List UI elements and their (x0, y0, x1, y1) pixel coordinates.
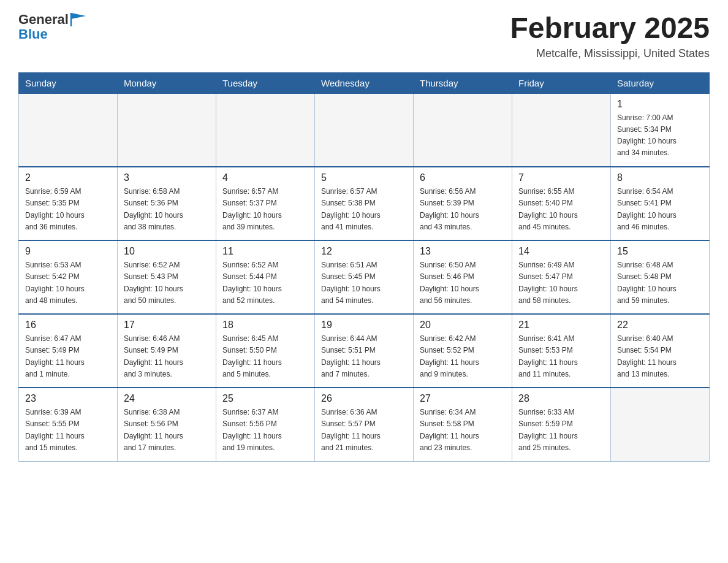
calendar-cell: 13Sunrise: 6:50 AM Sunset: 5:46 PM Dayli… (414, 240, 512, 314)
day-number: 23 (25, 393, 111, 404)
day-info: Sunrise: 6:51 AM Sunset: 5:45 PM Dayligh… (321, 259, 407, 307)
day-info: Sunrise: 6:37 AM Sunset: 5:56 PM Dayligh… (222, 407, 308, 454)
day-number: 5 (321, 172, 407, 183)
day-number: 26 (321, 393, 407, 404)
day-number: 19 (321, 320, 407, 331)
calendar-subtitle: Metcalfe, Mississippi, United States (510, 47, 710, 60)
calendar-week-row: 9Sunrise: 6:53 AM Sunset: 5:42 PM Daylig… (19, 240, 710, 314)
day-number: 16 (25, 320, 111, 331)
day-number: 4 (222, 172, 308, 183)
calendar-cell: 28Sunrise: 6:33 AM Sunset: 5:59 PM Dayli… (512, 388, 611, 461)
calendar-cell: 9Sunrise: 6:53 AM Sunset: 5:42 PM Daylig… (19, 240, 118, 314)
day-info: Sunrise: 6:52 AM Sunset: 5:44 PM Dayligh… (222, 259, 308, 307)
day-info: Sunrise: 6:42 AM Sunset: 5:52 PM Dayligh… (420, 333, 506, 380)
calendar-cell: 6Sunrise: 6:56 AM Sunset: 5:39 PM Daylig… (414, 167, 512, 240)
day-number: 12 (321, 246, 407, 257)
day-number: 8 (617, 172, 703, 183)
day-info: Sunrise: 6:50 AM Sunset: 5:46 PM Dayligh… (420, 259, 506, 307)
day-number: 17 (124, 320, 210, 331)
calendar-cell: 26Sunrise: 6:36 AM Sunset: 5:57 PM Dayli… (315, 388, 414, 461)
calendar-cell: 5Sunrise: 6:57 AM Sunset: 5:38 PM Daylig… (315, 167, 414, 240)
calendar-table: SundayMondayTuesdayWednesdayThursdayFrid… (18, 72, 710, 462)
day-number: 27 (420, 393, 506, 404)
calendar-week-row: 16Sunrise: 6:47 AM Sunset: 5:49 PM Dayli… (19, 314, 710, 388)
day-info: Sunrise: 6:33 AM Sunset: 5:59 PM Dayligh… (518, 407, 604, 454)
day-info: Sunrise: 6:34 AM Sunset: 5:58 PM Dayligh… (420, 407, 506, 454)
day-number: 25 (222, 393, 308, 404)
calendar-week-row: 1Sunrise: 7:00 AM Sunset: 5:34 PM Daylig… (19, 93, 710, 167)
day-info: Sunrise: 6:54 AM Sunset: 5:41 PM Dayligh… (617, 186, 703, 233)
logo: General Blue (18, 12, 86, 42)
day-info: Sunrise: 6:41 AM Sunset: 5:53 PM Dayligh… (518, 333, 604, 380)
calendar-cell: 18Sunrise: 6:45 AM Sunset: 5:50 PM Dayli… (216, 314, 315, 388)
day-number: 20 (420, 320, 506, 331)
day-number: 21 (518, 320, 604, 331)
calendar-cell: 20Sunrise: 6:42 AM Sunset: 5:52 PM Dayli… (414, 314, 512, 388)
calendar-cell: 4Sunrise: 6:57 AM Sunset: 5:37 PM Daylig… (216, 167, 315, 240)
day-number: 2 (25, 172, 111, 183)
day-of-week-header: Sunday (19, 72, 118, 93)
day-info: Sunrise: 6:39 AM Sunset: 5:55 PM Dayligh… (25, 407, 111, 454)
day-of-week-header: Saturday (611, 72, 710, 93)
calendar-cell: 15Sunrise: 6:48 AM Sunset: 5:48 PM Dayli… (611, 240, 710, 314)
day-number: 6 (420, 172, 506, 183)
day-info: Sunrise: 6:57 AM Sunset: 5:38 PM Dayligh… (321, 186, 407, 233)
day-info: Sunrise: 6:44 AM Sunset: 5:51 PM Dayligh… (321, 333, 407, 380)
calendar-cell: 14Sunrise: 6:49 AM Sunset: 5:47 PM Dayli… (512, 240, 611, 314)
day-of-week-header: Wednesday (315, 72, 414, 93)
calendar-cell: 21Sunrise: 6:41 AM Sunset: 5:53 PM Dayli… (512, 314, 611, 388)
day-number: 11 (222, 246, 308, 257)
calendar-cell: 27Sunrise: 6:34 AM Sunset: 5:58 PM Dayli… (414, 388, 512, 461)
day-info: Sunrise: 6:46 AM Sunset: 5:49 PM Dayligh… (124, 333, 210, 380)
calendar-title: February 2025 (510, 12, 710, 45)
calendar-cell: 17Sunrise: 6:46 AM Sunset: 5:49 PM Dayli… (118, 314, 216, 388)
day-info: Sunrise: 6:59 AM Sunset: 5:35 PM Dayligh… (25, 186, 111, 233)
day-of-week-header: Monday (118, 72, 216, 93)
calendar-cell: 12Sunrise: 6:51 AM Sunset: 5:45 PM Dayli… (315, 240, 414, 314)
calendar-week-row: 23Sunrise: 6:39 AM Sunset: 5:55 PM Dayli… (19, 388, 710, 461)
page-header: General Blue February 2025 Metcalfe, Mis… (18, 12, 710, 60)
day-number: 1 (617, 99, 703, 110)
day-info: Sunrise: 6:45 AM Sunset: 5:50 PM Dayligh… (222, 333, 308, 380)
logo-general-text: General (18, 12, 69, 27)
calendar-cell: 1Sunrise: 7:00 AM Sunset: 5:34 PM Daylig… (611, 93, 710, 167)
day-number: 24 (124, 393, 210, 404)
day-of-week-header: Thursday (414, 72, 512, 93)
calendar-cell (512, 93, 611, 167)
day-info: Sunrise: 6:52 AM Sunset: 5:43 PM Dayligh… (124, 259, 210, 307)
title-block: February 2025 Metcalfe, Mississippi, Uni… (510, 12, 710, 60)
calendar-cell: 24Sunrise: 6:38 AM Sunset: 5:56 PM Dayli… (118, 388, 216, 461)
calendar-cell: 8Sunrise: 6:54 AM Sunset: 5:41 PM Daylig… (611, 167, 710, 240)
day-number: 22 (617, 320, 703, 331)
calendar-cell: 11Sunrise: 6:52 AM Sunset: 5:44 PM Dayli… (216, 240, 315, 314)
calendar-week-row: 2Sunrise: 6:59 AM Sunset: 5:35 PM Daylig… (19, 167, 710, 240)
calendar-cell: 22Sunrise: 6:40 AM Sunset: 5:54 PM Dayli… (611, 314, 710, 388)
day-info: Sunrise: 6:55 AM Sunset: 5:40 PM Dayligh… (518, 186, 604, 233)
day-info: Sunrise: 6:57 AM Sunset: 5:37 PM Dayligh… (222, 186, 308, 233)
day-number: 10 (124, 246, 210, 257)
day-info: Sunrise: 6:49 AM Sunset: 5:47 PM Dayligh… (518, 259, 604, 307)
day-number: 13 (420, 246, 506, 257)
day-number: 7 (518, 172, 604, 183)
day-info: Sunrise: 6:48 AM Sunset: 5:48 PM Dayligh… (617, 259, 703, 307)
day-info: Sunrise: 6:47 AM Sunset: 5:49 PM Dayligh… (25, 333, 111, 380)
calendar-cell: 25Sunrise: 6:37 AM Sunset: 5:56 PM Dayli… (216, 388, 315, 461)
calendar-cell: 3Sunrise: 6:58 AM Sunset: 5:36 PM Daylig… (118, 167, 216, 240)
day-number: 9 (25, 246, 111, 257)
day-of-week-header: Friday (512, 72, 611, 93)
day-info: Sunrise: 6:36 AM Sunset: 5:57 PM Dayligh… (321, 407, 407, 454)
day-number: 14 (518, 246, 604, 257)
calendar-cell (19, 93, 118, 167)
calendar-cell: 7Sunrise: 6:55 AM Sunset: 5:40 PM Daylig… (512, 167, 611, 240)
calendar-cell: 16Sunrise: 6:47 AM Sunset: 5:49 PM Dayli… (19, 314, 118, 388)
day-info: Sunrise: 6:53 AM Sunset: 5:42 PM Dayligh… (25, 259, 111, 307)
logo-blue-text: Blue (18, 26, 48, 42)
logo-flag-icon (69, 13, 86, 26)
calendar-cell: 10Sunrise: 6:52 AM Sunset: 5:43 PM Dayli… (118, 240, 216, 314)
day-info: Sunrise: 7:00 AM Sunset: 5:34 PM Dayligh… (617, 112, 703, 159)
day-info: Sunrise: 6:56 AM Sunset: 5:39 PM Dayligh… (420, 186, 506, 233)
calendar-header-row: SundayMondayTuesdayWednesdayThursdayFrid… (19, 72, 710, 93)
calendar-cell (315, 93, 414, 167)
svg-marker-0 (71, 13, 86, 19)
day-number: 18 (222, 320, 308, 331)
